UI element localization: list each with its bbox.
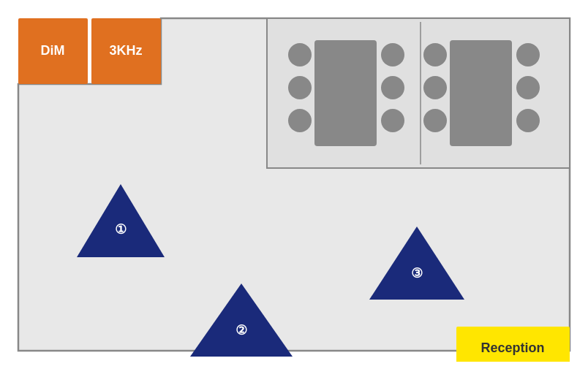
3khz-label: 3KHz — [109, 43, 142, 58]
triangle-3-label: ③ — [411, 266, 423, 281]
floor-plan: DiM 3KHz ① ② ③ Reception — [7, 7, 581, 362]
table-right — [450, 40, 512, 146]
triangle-1-label: ① — [115, 222, 127, 237]
chair-rr3 — [516, 109, 540, 132]
chair-tr1 — [381, 43, 404, 66]
chair-tl3 — [288, 109, 312, 132]
chair-tl2 — [288, 76, 312, 99]
chair-rr2 — [516, 76, 540, 99]
chair-rr1 — [516, 43, 540, 66]
chair-rl3 — [423, 109, 447, 132]
triangle-2-label: ② — [235, 323, 247, 338]
chair-tr3 — [381, 109, 404, 132]
chair-tr2 — [381, 76, 404, 99]
chair-rl1 — [423, 43, 447, 66]
table-left — [314, 40, 377, 146]
reception-label: Reception — [480, 341, 544, 355]
chair-tl1 — [288, 43, 312, 66]
dim-label: DiM — [41, 43, 65, 58]
chair-rl2 — [423, 76, 447, 99]
